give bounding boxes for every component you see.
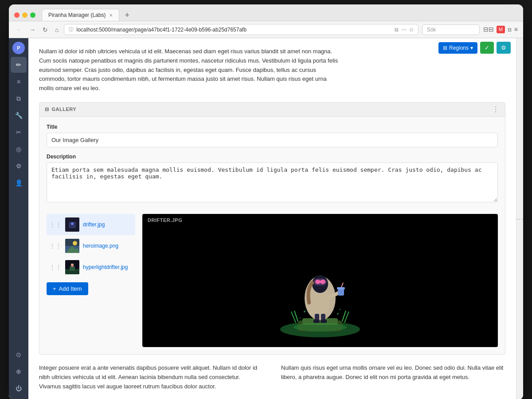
svg-point-36 — [337, 313, 339, 315]
svg-rect-31 — [338, 288, 344, 296]
main-layout: P ✏ ≡ ⧉ 🔧 ✂ ◎ ⚙ 👤 ⊙ ⊕ ⏻ ⊞ Regions ▾ ✓ — [9, 38, 523, 399]
svg-rect-24 — [321, 320, 327, 323]
preview-svg — [262, 223, 378, 347]
sidebar-item-pages[interactable]: ⧉ — [11, 91, 27, 107]
title-field-label: Title — [47, 124, 498, 130]
add-icon: + — [53, 285, 56, 292]
sidebar-item-scissors[interactable]: ✂ — [11, 124, 27, 140]
image-filename: hyperlightdrifter.jpg — [83, 264, 128, 270]
bookmarks-icon[interactable]: ⊟⊟ — [483, 26, 494, 33]
tab-close-icon[interactable]: ✕ — [109, 13, 113, 18]
sidebar-item-edit[interactable]: ✏ — [11, 57, 27, 73]
description-field-label: Description — [47, 154, 498, 160]
bottom-text-columns: Integer posuere erat a ante venenatis da… — [39, 363, 505, 391]
sidebar-item-tools[interactable]: 🔧 — [11, 107, 27, 123]
svg-point-38 — [340, 308, 341, 310]
heroimage-thumb — [65, 239, 79, 253]
svg-point-2 — [71, 222, 74, 225]
gallery-menu-icon[interactable]: ⋮ — [492, 105, 500, 114]
regions-label: Regions — [449, 45, 469, 51]
svg-rect-23 — [313, 320, 320, 323]
regions-chevron-icon: ▾ — [470, 45, 473, 51]
split-view-icon[interactable]: ⧈ — [508, 26, 512, 33]
right-panel-handle[interactable]: ⋮ — [516, 38, 523, 399]
add-item-label: Add Item — [59, 285, 82, 292]
content-area: ⊞ Regions ▾ ✓ ⚙ Nullam id dolor id nibh … — [28, 38, 516, 399]
svg-point-5 — [73, 241, 77, 245]
image-filename: heroimage.png — [83, 243, 118, 249]
sidebar-item-globe[interactable]: ◎ — [11, 141, 27, 157]
regions-button[interactable]: ⊞ Regions ▾ — [438, 42, 477, 54]
sidebar-item-list[interactable]: ≡ — [11, 74, 27, 90]
sidebar-item-settings[interactable]: ⚙ — [11, 158, 27, 174]
url-text: localhost:5000/manager/page/a47bc4f1-172… — [76, 27, 391, 33]
drag-handle-icon[interactable]: ⋮⋮ — [49, 264, 62, 271]
gallery-label-text: GALLERY — [52, 107, 77, 112]
drag-handle-icon[interactable]: ⋮⋮ — [49, 221, 62, 228]
drag-handle-icon[interactable]: ⋮⋮ — [49, 242, 62, 249]
title-bar: Piranha Manager (Labs) ✕ + — [9, 4, 523, 21]
minimize-button[interactable] — [22, 12, 27, 18]
image-list: ⋮⋮ drifter.jpg — [47, 214, 135, 347]
traffic-lights — [14, 12, 35, 18]
top-toolbar: ⊞ Regions ▾ ✓ ⚙ — [438, 42, 511, 54]
lock-icon: ⓘ — [69, 26, 74, 33]
sidebar-item-plugins[interactable]: ⊕ — [11, 363, 27, 379]
save-button[interactable]: ✓ — [480, 42, 494, 54]
maximize-button[interactable] — [30, 12, 35, 18]
extensions-icon[interactable]: M — [497, 26, 505, 33]
url-bar[interactable]: ⓘ localhost:5000/manager/page/a47bc4f1-1… — [64, 24, 418, 35]
search-placeholder: Sök — [427, 27, 436, 33]
svg-point-35 — [304, 311, 305, 312]
svg-line-33 — [341, 283, 343, 287]
close-button[interactable] — [14, 12, 20, 18]
right-handle-icon: ⋮ — [516, 216, 523, 223]
menu-icon[interactable]: ≡ — [514, 26, 518, 33]
hyperlightdrifter-thumb — [65, 260, 79, 274]
gallery-block-icon: ⊟ — [45, 107, 49, 112]
bottom-col-1: Integer posuere erat a ante venenatis da… — [39, 363, 263, 391]
tab-title: Piranha Manager (Labs) — [48, 12, 106, 18]
image-preview: DRIFTER.JPG — [142, 214, 498, 347]
list-item[interactable]: ⋮⋮ — [47, 257, 135, 278]
bookmark-icon[interactable]: ⋯ — [401, 27, 407, 33]
address-bar: ← → ↻ ⌂ ⓘ localhost:5000/manager/page/a4… — [9, 21, 523, 38]
drifter-thumb — [65, 217, 79, 232]
title-field-input[interactable] — [47, 133, 498, 147]
sidebar-item-power[interactable]: ⏻ — [11, 380, 27, 396]
settings-button[interactable]: ⚙ — [497, 42, 511, 54]
preview-filename-label: DRIFTER.JPG — [148, 217, 182, 223]
images-area: ⋮⋮ drifter.jpg — [47, 214, 498, 347]
new-tab-button[interactable]: + — [123, 11, 131, 19]
sidebar-avatar: P — [12, 42, 25, 54]
sidebar-item-security[interactable]: ⊙ — [11, 347, 27, 363]
reload-button[interactable]: ↻ — [41, 25, 50, 34]
intro-paragraph: Nullam id dolor id nibh ultricies vehicu… — [39, 47, 340, 93]
svg-rect-9 — [70, 266, 75, 271]
svg-point-34 — [293, 323, 347, 332]
gallery-inner: Title Description Etiam porta sem malesu… — [39, 117, 505, 354]
url-actions: ⧉ ⋯ ✩ — [395, 27, 414, 33]
regions-grid-icon: ⊞ — [443, 45, 447, 51]
description-field-textarea[interactable]: Etiam porta sem malesuada magna mollis e… — [47, 162, 498, 202]
sidebar-item-users[interactable]: 👤 — [11, 175, 27, 191]
gallery-block: ⊟ GALLERY ⋮ Title Description Etiam port… — [39, 102, 505, 355]
svg-rect-32 — [337, 287, 345, 289]
sidebar: P ✏ ≡ ⧉ 🔧 ✂ ◎ ⚙ 👤 ⊙ ⊕ ⏻ — [9, 38, 28, 399]
add-item-button[interactable]: + Add Item — [47, 282, 88, 295]
search-box[interactable]: Sök — [422, 24, 480, 35]
gallery-label: ⊟ GALLERY — [45, 107, 76, 112]
forward-button[interactable]: → — [27, 25, 37, 34]
back-button[interactable]: ← — [14, 25, 24, 34]
svg-point-30 — [313, 278, 327, 285]
svg-rect-11 — [71, 264, 74, 265]
list-item[interactable]: ⋮⋮ heroima — [47, 235, 135, 257]
reader-icon[interactable]: ⧉ — [395, 27, 399, 33]
page-content: Nullam id dolor id nibh ultricies vehicu… — [28, 38, 516, 399]
browser-tab[interactable]: Piranha Manager (Labs) ✕ — [42, 9, 119, 21]
list-item[interactable]: ⋮⋮ drifter.jpg — [47, 214, 135, 235]
home-button[interactable]: ⌂ — [53, 25, 60, 34]
star-icon[interactable]: ✩ — [409, 27, 414, 33]
browser-toolbar: ⊟⊟ M ⧈ ≡ — [483, 26, 518, 33]
image-filename: drifter.jpg — [83, 221, 105, 228]
